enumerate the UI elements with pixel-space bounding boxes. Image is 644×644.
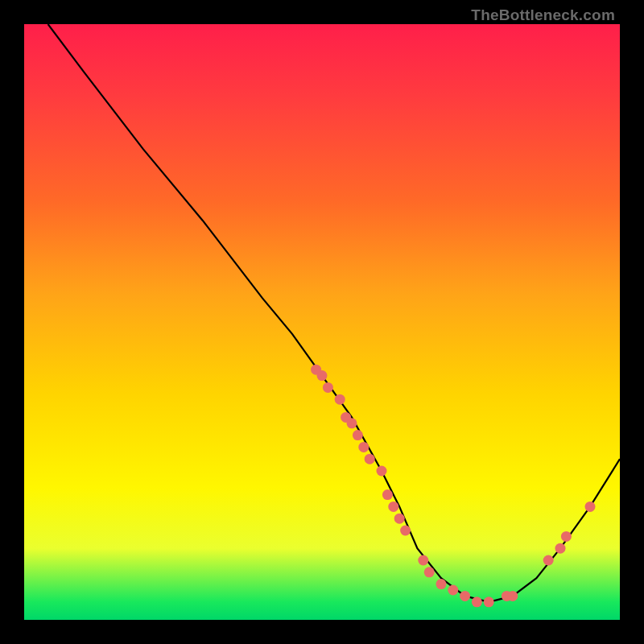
data-marker bbox=[543, 555, 554, 566]
data-marker bbox=[317, 370, 328, 381]
curve-svg bbox=[24, 24, 620, 620]
data-marker bbox=[358, 442, 369, 452]
data-marker bbox=[424, 567, 435, 577]
data-marker bbox=[335, 394, 345, 405]
data-marker bbox=[347, 418, 357, 428]
data-marker bbox=[460, 591, 470, 601]
data-marker bbox=[353, 430, 363, 440]
data-marker bbox=[448, 585, 458, 596]
bottleneck-curve bbox=[48, 24, 620, 602]
marker-group bbox=[311, 365, 595, 608]
data-marker bbox=[507, 591, 518, 601]
data-marker bbox=[472, 597, 482, 607]
data-marker bbox=[394, 514, 405, 524]
plot-area bbox=[24, 24, 620, 620]
data-marker bbox=[484, 597, 494, 607]
data-marker bbox=[400, 526, 411, 536]
data-marker bbox=[418, 555, 428, 566]
data-marker bbox=[585, 502, 596, 512]
data-marker bbox=[388, 502, 398, 512]
data-marker bbox=[382, 489, 393, 500]
chart-container: TheBottleneck.com bbox=[0, 0, 644, 644]
data-marker bbox=[561, 531, 572, 542]
data-marker bbox=[323, 382, 333, 393]
watermark-text: TheBottleneck.com bbox=[471, 6, 615, 24]
data-marker bbox=[377, 466, 387, 477]
data-marker bbox=[436, 579, 447, 589]
data-marker bbox=[365, 454, 375, 464]
data-marker bbox=[555, 543, 566, 554]
